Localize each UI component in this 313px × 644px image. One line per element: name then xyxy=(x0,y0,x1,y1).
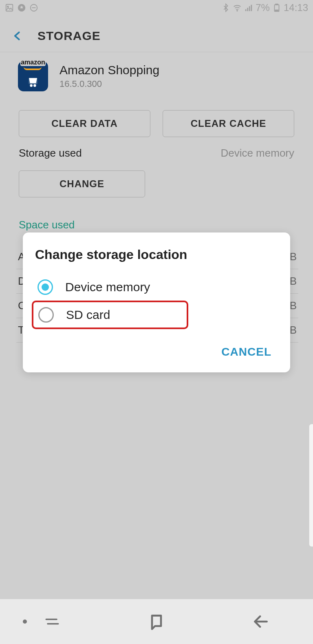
app-icon: amazon xyxy=(18,61,48,91)
svg-rect-6 xyxy=(245,9,247,11)
radio-icon xyxy=(37,279,53,295)
wifi-icon xyxy=(233,3,242,12)
minus-circle-icon xyxy=(29,3,38,12)
status-right: 7% 14:13 xyxy=(221,2,308,13)
highlight-annotation: SD card xyxy=(32,301,188,329)
clear-data-button[interactable]: CLEAR DATA xyxy=(19,110,150,137)
clear-cache-button[interactable]: CLEAR CACHE xyxy=(163,110,294,137)
app-name: Amazon Shopping xyxy=(60,63,159,77)
space-used-title: Space used xyxy=(19,219,75,231)
nav-bar xyxy=(0,599,313,644)
svg-rect-9 xyxy=(251,5,252,11)
svg-point-5 xyxy=(237,10,238,11)
svg-rect-7 xyxy=(247,8,249,11)
battery-icon xyxy=(272,3,281,12)
change-button[interactable]: CHANGE xyxy=(19,170,145,197)
battery-pct: 7% xyxy=(256,2,270,13)
gear-badge-icon xyxy=(17,3,26,12)
page-title: STORAGE xyxy=(37,29,101,43)
svg-point-14 xyxy=(31,85,32,86)
app-texts: Amazon Shopping 16.5.0.300 xyxy=(60,63,159,89)
status-left xyxy=(5,3,38,12)
svg-rect-8 xyxy=(249,6,250,11)
svg-rect-0 xyxy=(6,4,13,11)
storage-used-label: Storage used xyxy=(19,147,82,159)
storage-used-value: Device memory xyxy=(220,147,294,159)
bluetooth-icon xyxy=(221,3,230,12)
storage-used-row: Storage used Device memory xyxy=(19,147,294,159)
scrollbar[interactable] xyxy=(309,424,313,547)
radio-device-memory[interactable]: Device memory xyxy=(35,274,278,301)
screen: 7% 14:13 STORAGE amazon Amazon Shopping … xyxy=(0,0,313,644)
image-icon xyxy=(5,3,14,12)
dialog-title: Change storage location xyxy=(35,247,278,262)
home-icon[interactable] xyxy=(148,613,165,631)
clock-text: 14:13 xyxy=(284,2,308,13)
svg-point-1 xyxy=(7,6,9,7)
clear-buttons-row: CLEAR DATA CLEAR CACHE xyxy=(19,110,294,137)
app-version: 16.5.0.300 xyxy=(60,79,159,89)
radio-label: Device memory xyxy=(65,280,150,294)
dialog-actions: CANCEL xyxy=(35,341,278,363)
radio-icon xyxy=(38,307,54,323)
app-info-row: amazon Amazon Shopping 16.5.0.300 xyxy=(18,61,295,91)
radio-sd-card[interactable]: SD card xyxy=(36,305,184,325)
recents-icon[interactable] xyxy=(43,613,61,631)
back-icon[interactable] xyxy=(11,30,24,42)
back-nav-icon[interactable] xyxy=(252,613,270,631)
cancel-button[interactable]: CANCEL xyxy=(219,341,274,363)
status-bar: 7% 14:13 xyxy=(0,0,313,15)
svg-rect-12 xyxy=(275,10,278,11)
radio-label: SD card xyxy=(66,308,110,322)
svg-rect-11 xyxy=(276,4,278,5)
svg-point-15 xyxy=(34,85,35,86)
nav-indicator-dot xyxy=(23,620,27,624)
header: STORAGE xyxy=(0,20,313,52)
signal-icon xyxy=(244,3,253,12)
change-storage-dialog: Change storage location Device memory SD… xyxy=(23,232,290,372)
